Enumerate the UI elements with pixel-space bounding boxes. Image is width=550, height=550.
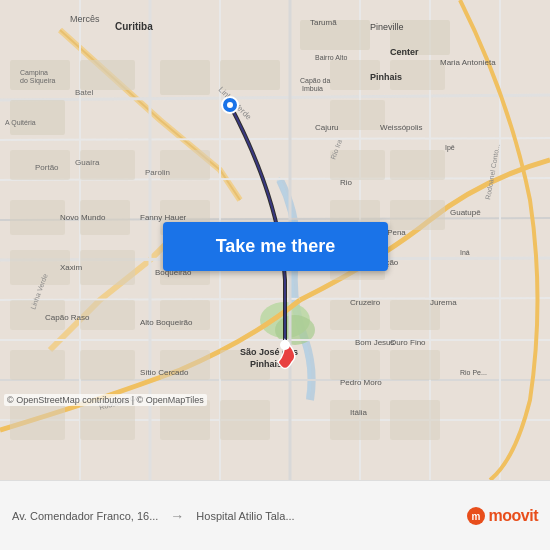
- svg-point-92: [227, 102, 233, 108]
- svg-rect-26: [390, 150, 445, 180]
- svg-text:Rio Pe...: Rio Pe...: [460, 369, 487, 376]
- svg-text:Xaxim: Xaxim: [60, 263, 83, 272]
- map-container: Mercês Curitiba Campina do Siqueira A Qu…: [0, 0, 550, 480]
- svg-text:Portão: Portão: [35, 163, 59, 172]
- take-me-there-button[interactable]: Take me there: [163, 222, 388, 271]
- svg-text:Tarumã: Tarumã: [310, 18, 337, 27]
- svg-rect-37: [220, 400, 270, 440]
- svg-text:Itália: Itália: [350, 408, 367, 417]
- svg-rect-16: [10, 200, 65, 235]
- svg-text:Fanny Hauer: Fanny Hauer: [140, 213, 187, 222]
- svg-text:Bom Jesus: Bom Jesus: [355, 338, 395, 347]
- svg-text:Center: Center: [390, 47, 419, 57]
- svg-rect-36: [160, 400, 210, 440]
- svg-text:m: m: [471, 511, 480, 522]
- svg-text:Bairro Alto: Bairro Alto: [315, 54, 347, 61]
- svg-text:Ipê: Ipê: [445, 144, 455, 152]
- destination-text: Hospital Atilio Tala...: [196, 510, 294, 522]
- svg-rect-42: [330, 400, 380, 440]
- svg-text:Ouro Fino: Ouro Fino: [390, 338, 426, 347]
- svg-rect-31: [80, 350, 135, 380]
- svg-rect-34: [10, 400, 65, 440]
- route-info: Av. Comendador Franco, 16... → Hospital …: [12, 508, 295, 524]
- svg-text:Pinhais: Pinhais: [370, 72, 402, 82]
- svg-text:Parolin: Parolin: [145, 168, 170, 177]
- svg-text:Guaíra: Guaíra: [75, 158, 100, 167]
- svg-text:Weissópolis: Weissópolis: [380, 123, 423, 132]
- svg-text:do Siqueira: do Siqueira: [20, 77, 56, 85]
- svg-rect-6: [160, 60, 210, 95]
- svg-text:Cruzeiro: Cruzeiro: [350, 298, 381, 307]
- moovit-logo-text: moovit: [489, 507, 538, 525]
- svg-text:Curitiba: Curitiba: [115, 21, 153, 32]
- svg-text:Cajuru: Cajuru: [315, 123, 339, 132]
- svg-text:Pineville: Pineville: [370, 22, 404, 32]
- svg-text:Jurema: Jurema: [430, 298, 457, 307]
- svg-text:Pedro Moro: Pedro Moro: [340, 378, 382, 387]
- svg-rect-25: [330, 150, 385, 180]
- svg-text:Pinhais: Pinhais: [250, 359, 282, 369]
- svg-rect-41: [390, 350, 440, 380]
- svg-text:Rio: Rio: [340, 178, 353, 187]
- svg-rect-19: [80, 250, 135, 285]
- svg-text:A Quitéria: A Quitéria: [5, 119, 36, 127]
- svg-rect-5: [80, 60, 135, 90]
- svg-text:Iná: Iná: [460, 249, 470, 256]
- svg-rect-40: [330, 350, 380, 380]
- svg-rect-7: [220, 60, 280, 90]
- svg-text:Capão da: Capão da: [300, 77, 330, 85]
- svg-rect-28: [390, 200, 445, 230]
- svg-rect-30: [10, 350, 65, 380]
- svg-text:Campina: Campina: [20, 69, 48, 77]
- svg-text:Capão Raso: Capão Raso: [45, 313, 90, 322]
- arrow-icon: →: [170, 508, 184, 524]
- svg-text:Mercês: Mercês: [70, 14, 100, 24]
- bottom-bar: Av. Comendador Franco, 16... → Hospital …: [0, 480, 550, 550]
- svg-text:Guatupê: Guatupê: [450, 208, 481, 217]
- svg-rect-4: [10, 100, 65, 135]
- svg-point-93: [280, 340, 290, 350]
- origin-text: Av. Comendador Franco, 16...: [12, 510, 158, 522]
- svg-text:Imbuia: Imbuia: [302, 85, 323, 92]
- svg-text:Batel: Batel: [75, 88, 93, 97]
- moovit-icon: m: [466, 506, 486, 526]
- osm-credit: © OpenStreetMap contributors | © OpenMap…: [4, 394, 207, 406]
- svg-text:Maria Antonieta: Maria Antonieta: [440, 58, 496, 67]
- svg-text:Alto Boqueirão: Alto Boqueirão: [140, 318, 193, 327]
- svg-text:Novo Mundo: Novo Mundo: [60, 213, 106, 222]
- svg-text:Sítio Cercado: Sítio Cercado: [140, 368, 189, 377]
- moovit-logo-area: m moovit: [466, 506, 538, 526]
- moovit-logo: m moovit: [466, 506, 538, 526]
- svg-rect-43: [390, 400, 440, 440]
